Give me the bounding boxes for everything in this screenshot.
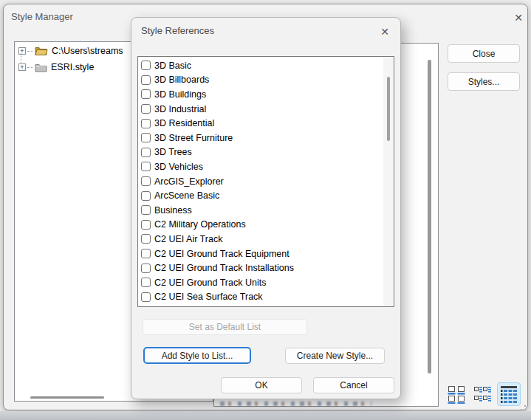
checkbox-icon[interactable]	[141, 162, 151, 171]
view-mode-toolbar	[445, 382, 521, 406]
style-list-item-label: C2 UEI Ground Track Installations	[154, 263, 294, 273]
dialog-title: Style References	[141, 25, 214, 36]
ok-button[interactable]: OK	[221, 377, 302, 393]
style-list-item[interactable]: Business	[138, 203, 383, 218]
checkbox-icon[interactable]	[141, 133, 151, 142]
style-list-item-label: ArcGIS_Explorer	[154, 176, 224, 187]
style-list-item-label: C2 UEI Air Track	[154, 234, 222, 244]
style-list-item[interactable]: 3D Residential	[138, 116, 383, 131]
checkbox-icon[interactable]	[141, 148, 151, 157]
contents-vertical-scrollbar[interactable]	[428, 60, 431, 373]
style-list-item-label: 3D Street Furniture	[154, 133, 233, 143]
checkbox-icon[interactable]	[141, 89, 151, 99]
checkbox-icon[interactable]	[141, 249, 151, 258]
style-list-item[interactable]: ArcGIS_Explorer	[138, 174, 383, 189]
style-list-item-label: C2 UEI Sea Surface Track	[154, 292, 263, 302]
style-list-item[interactable]: 3D Buildings	[138, 87, 383, 102]
style-list-item-label: ArcScene Basic	[154, 190, 219, 201]
style-list-item[interactable]: 3D Vehicles	[138, 159, 383, 174]
checkbox-icon[interactable]	[141, 75, 151, 85]
add-style-to-list-button[interactable]: Add Style to List...	[143, 347, 251, 364]
style-list-item[interactable]: 3D Basic	[138, 58, 383, 73]
open-folder-icon	[35, 46, 48, 56]
style-list-item-label: Business	[154, 205, 192, 216]
set-as-default-list-button: Set as Default List	[143, 319, 307, 335]
style-list-item[interactable]: C2 UEI Ground Track Installations	[138, 261, 383, 275]
desktop-background-strip	[0, 411, 531, 420]
tree-dotted-line	[21, 53, 21, 63]
style-references-dialog: Style References ✕ 3D Basic 3D Billboard…	[131, 17, 401, 399]
large-icons-view-icon[interactable]	[445, 382, 468, 406]
style-list-item[interactable]: C2 UEI Air Track	[138, 232, 383, 247]
style-list-item-label: 3D Trees	[154, 147, 192, 157]
close-button[interactable]: Close	[448, 44, 520, 63]
list-scrollbar-track[interactable]	[383, 57, 394, 306]
details-view-icon[interactable]	[497, 382, 521, 406]
list-scrollbar-thumb[interactable]	[387, 77, 390, 141]
checkbox-icon[interactable]	[141, 119, 151, 128]
checkbox-icon[interactable]	[141, 191, 151, 201]
tree-item-label: ESRI.style	[51, 62, 94, 72]
style-list-item-label: 3D Vehicles	[154, 162, 203, 172]
tree-horizontal-scrollbar[interactable]	[30, 396, 104, 399]
style-list-item-label: 3D Industrial	[154, 104, 206, 114]
style-list-item[interactable]: 3D Street Furniture	[138, 131, 383, 145]
style-list-item-label: 3D Basic	[154, 61, 191, 71]
style-list-item[interactable]: C2 UEI Ground Track Units	[138, 275, 383, 290]
close-icon[interactable]: ✕	[510, 10, 527, 26]
style-list-item-label: 3D Billboards	[154, 75, 209, 85]
closed-folder-icon	[35, 63, 47, 72]
style-list-item-label: C2 UEI Ground Track Equipment	[154, 249, 290, 259]
style-list-item[interactable]: ArcScene Basic	[138, 188, 383, 203]
styles-button[interactable]: Styles...	[448, 72, 520, 91]
cancel-button[interactable]: Cancel	[313, 377, 394, 393]
checkbox-icon[interactable]	[141, 205, 151, 215]
style-list-item[interactable]: 3D Trees	[138, 145, 383, 160]
checkbox-icon[interactable]	[141, 278, 151, 287]
style-references-list: 3D Basic 3D Billboards 3D Buildings 3D I…	[137, 56, 394, 307]
list-view-icon[interactable]	[471, 382, 494, 406]
style-list-item-label: C2 Military Operations	[154, 219, 246, 230]
style-list-item[interactable]: C2 UEI Sea Surface Track	[138, 290, 383, 305]
expand-icon[interactable]: +	[18, 47, 26, 55]
checkbox-icon[interactable]	[141, 264, 151, 273]
tree-connector	[27, 67, 33, 68]
tree-connector	[27, 51, 33, 52]
window-title: Style Manager	[11, 11, 73, 22]
style-list-item-label: 3D Buildings	[154, 89, 206, 100]
checkbox-icon[interactable]	[141, 234, 151, 244]
style-list-item-label: 3D Residential	[154, 118, 214, 128]
style-list-item[interactable]: C2 UEI Ground Track Equipment	[138, 247, 383, 261]
checkbox-icon[interactable]	[141, 104, 151, 114]
checkbox-icon[interactable]	[141, 61, 151, 70]
style-list-item-label: C2 UEI Ground Track Units	[154, 278, 266, 288]
create-new-style-button[interactable]: Create New Style...	[285, 348, 385, 364]
obscured-content-row	[220, 402, 371, 406]
checkbox-icon[interactable]	[141, 292, 151, 302]
style-list-item[interactable]: 3D Industrial	[138, 102, 383, 117]
style-list-item[interactable]: C2 Military Operations	[138, 218, 383, 233]
checkbox-icon[interactable]	[141, 220, 151, 230]
expand-icon[interactable]: +	[18, 63, 26, 71]
checkbox-icon[interactable]	[141, 176, 151, 186]
style-list-rows: 3D Basic 3D Billboards 3D Buildings 3D I…	[138, 58, 383, 304]
style-list-item[interactable]: 3D Billboards	[138, 73, 383, 88]
tree-item-label: C:\Users\streams	[52, 46, 123, 56]
dialog-close-icon[interactable]: ✕	[377, 24, 393, 40]
